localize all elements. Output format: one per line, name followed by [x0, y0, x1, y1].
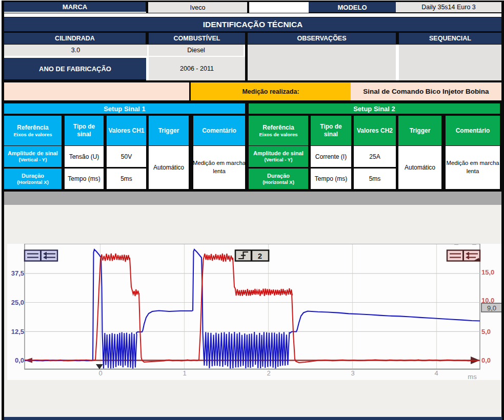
- svg-text:0,0: 0,0: [481, 356, 491, 364]
- svg-text:0: 0: [98, 369, 102, 377]
- svg-text:12,5: 12,5: [11, 328, 24, 335]
- svg-text:25,0: 25,0: [11, 299, 24, 306]
- svg-text:37,5: 37,5: [11, 269, 24, 277]
- svg-text:0,0: 0,0: [15, 356, 24, 364]
- svg-text:ms: ms: [468, 373, 477, 380]
- svg-text:15,0: 15,0: [481, 268, 494, 276]
- svg-text:3: 3: [351, 369, 354, 377]
- svg-text:1: 1: [183, 369, 186, 377]
- svg-text:2: 2: [258, 251, 262, 260]
- svg-text:2: 2: [267, 369, 270, 377]
- svg-text:9,0: 9,0: [487, 304, 496, 312]
- svg-text:4: 4: [434, 369, 438, 377]
- svg-text:5,0: 5,0: [481, 328, 491, 335]
